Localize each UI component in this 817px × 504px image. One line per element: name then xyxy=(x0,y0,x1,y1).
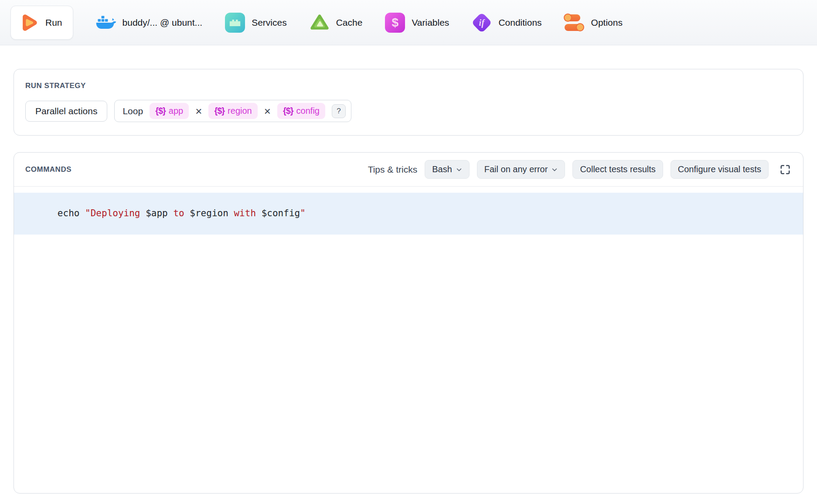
parallel-actions-button[interactable]: Parallel actions xyxy=(25,101,107,122)
run-strategy-title: RUN STRATEGY xyxy=(25,82,792,90)
run-play-icon xyxy=(19,13,39,33)
tips-and-tricks-link[interactable]: Tips & tricks xyxy=(368,164,418,175)
tab-variables[interactable]: $ Variables xyxy=(385,13,449,33)
code-token: $app xyxy=(146,208,168,218)
run-strategy-controls: Parallel actions Loop {$} app × {$} regi… xyxy=(25,100,792,122)
tab-label: Options xyxy=(591,17,623,28)
commands-code-editor[interactable]: echo "Deploying $app to $region with $co… xyxy=(14,187,803,493)
tab-options[interactable]: Options xyxy=(565,13,623,33)
tab-label: Conditions xyxy=(498,17,541,28)
chevron-down-icon xyxy=(456,167,462,173)
loop-variable-name: app xyxy=(169,106,183,116)
collect-tests-results-button[interactable]: Collect tests results xyxy=(572,160,663,179)
code-token: "Deploying xyxy=(85,208,146,218)
tab-services[interactable]: Services xyxy=(225,13,287,33)
code-token: $region xyxy=(190,208,228,218)
multiply-separator: × xyxy=(264,106,271,117)
chevron-down-icon xyxy=(551,167,558,173)
variable-sigil-icon: {$} xyxy=(214,106,225,116)
loop-variable-chip-region[interactable]: {$} region xyxy=(208,103,257,119)
tab-label: Cache xyxy=(336,17,363,28)
loop-label: Loop xyxy=(123,106,143,116)
options-toggles-icon xyxy=(565,13,585,33)
tab-label: Run xyxy=(45,17,62,28)
tab-cache[interactable]: Cache xyxy=(310,13,363,33)
configure-visual-tests-button[interactable]: Configure visual tests xyxy=(671,160,769,179)
shell-select[interactable]: Bash xyxy=(425,160,470,179)
code-token: $config xyxy=(262,208,300,218)
error-handling-value: Fail on any error xyxy=(484,164,548,174)
loop-variable-chip-app[interactable]: {$} app xyxy=(150,103,189,119)
commands-card: COMMANDS Tips & tricks Bash Fail on any … xyxy=(14,152,803,494)
tab-conditions[interactable]: if Conditions xyxy=(472,13,541,33)
loop-variable-name: config xyxy=(296,106,320,116)
services-icon xyxy=(225,13,245,33)
loop-variable-name: region xyxy=(228,106,252,116)
tab-label: Services xyxy=(252,17,287,28)
commands-title: COMMANDS xyxy=(25,165,71,174)
loop-control: Loop {$} app × {$} region × {$} config ? xyxy=(114,100,351,122)
variables-icon: $ xyxy=(385,13,405,33)
shell-select-value: Bash xyxy=(432,164,452,174)
variable-sigil-icon: {$} xyxy=(155,106,166,116)
commands-controls: Tips & tricks Bash Fail on any error Col… xyxy=(368,160,793,179)
tab-docker-image[interactable]: buddy/... @ ubunt... xyxy=(96,15,203,31)
code-token: echo xyxy=(58,208,85,218)
cache-icon xyxy=(310,13,330,33)
code-line-active[interactable]: echo "Deploying $app to $region with $co… xyxy=(14,193,803,235)
fullscreen-icon xyxy=(780,164,791,175)
code-token: " xyxy=(300,208,306,218)
code-token: with xyxy=(228,208,262,218)
multiply-separator: × xyxy=(195,106,202,117)
code-token: to xyxy=(168,208,190,218)
conditions-icon: if xyxy=(472,13,492,33)
tab-label: Variables xyxy=(412,17,449,28)
loop-help-button[interactable]: ? xyxy=(332,104,346,118)
commands-header: COMMANDS Tips & tricks Bash Fail on any … xyxy=(14,153,803,187)
docker-icon xyxy=(96,15,116,31)
tab-label: buddy/... @ ubunt... xyxy=(123,17,203,28)
fullscreen-button[interactable] xyxy=(778,162,793,177)
tab-run[interactable]: Run xyxy=(10,6,73,40)
loop-variable-chip-config[interactable]: {$} config xyxy=(277,103,325,119)
error-handling-select[interactable]: Fail on any error xyxy=(477,160,565,179)
run-strategy-card: RUN STRATEGY Parallel actions Loop {$} a… xyxy=(14,69,803,136)
variable-sigil-icon: {$} xyxy=(283,106,293,116)
action-tabs-bar: Run buddy/... @ ubunt... Services xyxy=(0,0,817,45)
